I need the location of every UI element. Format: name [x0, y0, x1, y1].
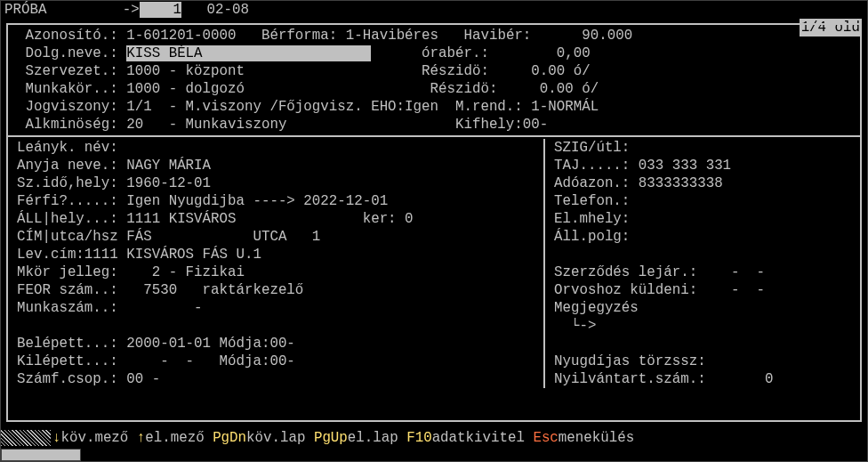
- value-in[interactable]: 2000-01-01 Módja:00-: [126, 336, 295, 352]
- row-id: Azonosító.: 1-601201-0000 Bérforma: 1-Ha…: [8, 27, 860, 45]
- label-birth: Sz.idő,hely:: [17, 175, 118, 191]
- value-payform[interactable]: 1-Havibéres: [346, 28, 438, 44]
- divider-1: [8, 135, 860, 137]
- row-out: Kilépett...: - - Módja:00-: [8, 353, 543, 370]
- row-blank2: [545, 246, 860, 263]
- value-alk[interactable]: 20 - Munkaviszony: [126, 117, 286, 133]
- row-mailaddr: Lev.cím:1111 KISVÁROS FÁS U.1: [8, 246, 543, 263]
- key-down-icon[interactable]: ↓: [52, 429, 60, 447]
- value-kifhely[interactable]: 00-: [523, 117, 548, 133]
- label-rel: Jogviszony:: [25, 99, 117, 115]
- label-maiden: Leányk. név:: [17, 140, 118, 156]
- value-id[interactable]: 1-601201-0000: [126, 28, 236, 44]
- key-pgup[interactable]: PgUp: [314, 429, 348, 447]
- row-orvos: Orvoshoz küldeni: - -: [545, 281, 860, 299]
- topbar-date: 02-08: [207, 2, 249, 18]
- row-in: Belépett...: 2000-01-01 Módja:00-: [8, 335, 543, 353]
- label-kifhely: Kifhely:: [455, 117, 523, 133]
- row-elmhely: El.mhely:: [545, 210, 860, 228]
- key-esc[interactable]: Esc: [533, 429, 558, 447]
- value-name[interactable]: KISS BÉLA: [126, 45, 371, 61]
- key-pgdn[interactable]: PgDn: [213, 429, 246, 447]
- value-mrend[interactable]: 1-NORMÁL: [531, 99, 599, 115]
- status-bar: ↓köv.mező ↑el.mező PgDnköv.lap PgUpel.la…: [1, 428, 867, 448]
- value-part2[interactable]: 0.00 ó/: [540, 81, 599, 97]
- app-title: PRÓBA: [4, 2, 46, 18]
- value-street[interactable]: FÁS UTCA 1: [126, 229, 320, 245]
- value-mailaddr[interactable]: Lev.cím:1111 KISVÁROS FÁS U.1: [17, 247, 261, 263]
- label-part2: Részidö:: [430, 81, 498, 97]
- value-szamf[interactable]: 00 -: [126, 371, 160, 387]
- row-birth: Sz.idő,hely: 1960-12-01: [8, 174, 543, 192]
- value-rel[interactable]: 1/1 - M.viszony /Főjogvisz. EHO:Igen: [126, 99, 438, 115]
- hint-next-field: köv.mező: [60, 429, 136, 447]
- value-birth[interactable]: 1960-12-01: [126, 175, 211, 191]
- label-hourly: órabér.:: [422, 45, 489, 61]
- label-ado: Adóazon.:: [554, 175, 630, 191]
- value-part1[interactable]: 0.00 ó/: [531, 63, 590, 79]
- label-org: Szervezet.:: [25, 63, 117, 79]
- label-out: Kilépett...:: [17, 353, 118, 369]
- row-allpolg: Áll.polg:: [545, 228, 860, 246]
- row-blank1: [8, 317, 543, 335]
- label-male: Férfi?.....:: [17, 193, 118, 209]
- row-rel: Jogviszony: 1/1 - M.viszony /Főjogvisz. …: [8, 98, 860, 116]
- label-munkaszam: Munkaszám..:: [17, 300, 118, 316]
- value-mjelleg[interactable]: 2 - Fizikai: [126, 264, 245, 280]
- row-munkaszam: Munkaszám..: -: [8, 299, 543, 317]
- label-id: Azonosító.:: [25, 28, 117, 44]
- row-szig: SZIG/útl:: [545, 139, 860, 157]
- label-szerz: Szerződés lejár.:: [554, 264, 697, 280]
- value-nyilv[interactable]: 0: [706, 371, 774, 387]
- value-job[interactable]: 1000 - dolgozó: [126, 81, 245, 97]
- row-nyugdij: Nyugdíjas törzssz:: [545, 353, 860, 370]
- label-taj: TAJ.....:: [554, 158, 630, 174]
- goto-field[interactable]: 1: [140, 2, 181, 18]
- hint-prev-page: el.lap: [348, 429, 406, 447]
- row-megj-arrow[interactable]: └->: [545, 317, 860, 335]
- value-hourly[interactable]: 0,00: [557, 45, 591, 61]
- value-out[interactable]: - - Módja:00-: [126, 353, 295, 369]
- value-orvos[interactable]: - -: [706, 282, 765, 298]
- label-alk: Alkminöség:: [25, 117, 117, 133]
- row-megj: Megjegyzés: [545, 299, 860, 317]
- row-tel: Telefon.:: [545, 192, 860, 210]
- value-szerz[interactable]: - -: [706, 264, 765, 280]
- label-monthly: Havibér:: [464, 28, 532, 44]
- left-column: Leányk. név: Anyja neve.: NAGY MÁRIA Sz.…: [8, 139, 543, 388]
- row-addr: ÁLL|hely...: 1111 KISVÁROS ker: 0: [8, 210, 543, 228]
- value-male[interactable]: Igen Nyugdijba ----> 2022-12-01: [126, 193, 388, 209]
- hint-escape: menekülés: [559, 429, 634, 447]
- row-ado: Adóazon.: 8333333338: [545, 174, 860, 192]
- terminal-window: PRÓBA -> 1 02-08 1/4 old Azonosító.: 1-6…: [0, 0, 868, 462]
- value-org[interactable]: 1000 - központ: [126, 63, 245, 79]
- key-up-icon[interactable]: ↑: [137, 429, 145, 447]
- row-mother: Anyja neve.: NAGY MÁRIA: [8, 157, 543, 174]
- value-feor[interactable]: 7530 raktárkezelő: [126, 282, 303, 298]
- label-addr: ÁLL|hely...:: [17, 211, 118, 227]
- label-job: Munkakör..:: [25, 81, 117, 97]
- label-feor: FEOR szám..:: [17, 282, 118, 298]
- value-mother[interactable]: NAGY MÁRIA: [126, 158, 211, 174]
- row-street: CÍM|utca/hsz FÁS UTCA 1: [8, 228, 543, 246]
- row-name: Dolg.neve.: KISS BÉLA órabér.: 0,00: [8, 45, 860, 62]
- header-block: Azonosító.: 1-601201-0000 Bérforma: 1-Ha…: [8, 27, 860, 134]
- label-mjelleg: Mkör jelleg:: [17, 264, 118, 280]
- row-mjelleg: Mkör jelleg: 2 - Fizikai: [8, 263, 543, 281]
- row-szamf: Számf.csop.: 00 -: [8, 370, 543, 388]
- row-blank3: [545, 335, 860, 353]
- value-ado[interactable]: 8333333338: [639, 175, 723, 191]
- label-part1: Részidö:: [422, 63, 489, 79]
- row-alk: Alkminöség: 20 - Munkaviszony Kifhely:00…: [8, 116, 860, 134]
- row-szerz: Szerződés lejár.: - -: [545, 263, 860, 281]
- hatch-pattern: [1, 430, 51, 446]
- label-mother: Anyja neve.:: [17, 158, 118, 174]
- key-f10[interactable]: F10: [406, 429, 431, 447]
- value-munkaszam[interactable]: -: [126, 300, 202, 316]
- value-taj[interactable]: 033 333 331: [639, 158, 731, 174]
- value-monthly[interactable]: 90.000: [582, 28, 632, 44]
- hint-output: adatkivitel: [432, 429, 534, 447]
- row-taj: TAJ.....: 033 333 331: [545, 157, 860, 174]
- value-addr[interactable]: 1111 KISVÁROS ker: 0: [126, 211, 413, 227]
- row-male: Férfi?.....: Igen Nyugdijba ----> 2022-1…: [8, 192, 543, 210]
